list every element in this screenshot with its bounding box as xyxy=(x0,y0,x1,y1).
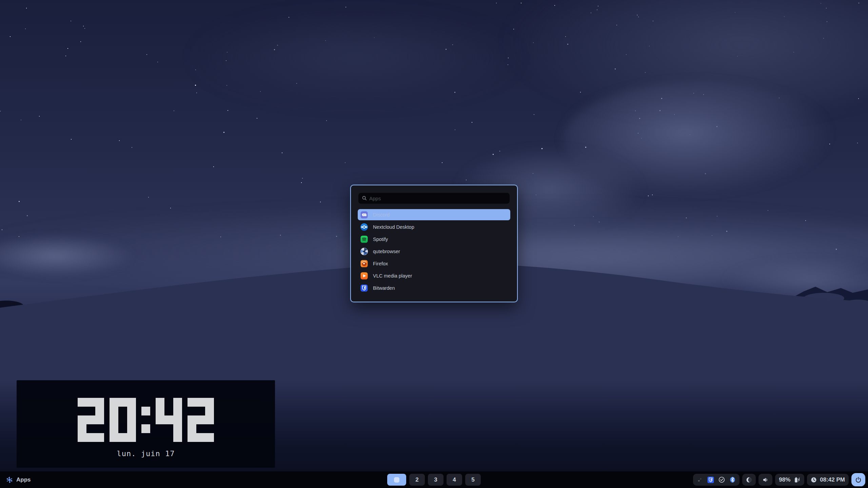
power-button[interactable] xyxy=(851,473,865,486)
night-light-group xyxy=(742,474,756,486)
launcher-item-qutebrowser[interactable]: qutebrowser xyxy=(358,246,510,257)
launcher-item-discord[interactable]: Discord xyxy=(358,209,510,220)
taskbar-clock-time: 08:42 PM xyxy=(820,476,845,483)
launcher-item-label: VLC media player xyxy=(373,273,412,279)
clock-icon xyxy=(811,477,817,483)
nextcloud-icon xyxy=(360,223,368,231)
volume-icon[interactable] xyxy=(762,477,769,483)
bitwarden-tray-icon[interactable] xyxy=(707,476,714,483)
launcher-item-label: Nextcloud Desktop xyxy=(373,224,414,230)
qutebrowser-icon xyxy=(360,248,368,255)
launcher-item-nextcloud[interactable]: Nextcloud Desktop xyxy=(358,221,510,232)
check-circle-icon[interactable] xyxy=(718,476,725,483)
launcher-item-vlc[interactable]: VLC media player xyxy=(358,270,510,281)
volume-group xyxy=(758,474,772,486)
apps-menu-button[interactable]: Apps xyxy=(6,476,31,483)
launcher-item-spotify[interactable]: Spotify xyxy=(358,233,510,245)
launcher-item-label: Firefox xyxy=(373,261,388,266)
firefox-icon xyxy=(360,260,368,267)
workspace-button-2[interactable]: 2 xyxy=(409,474,425,486)
launcher-item-label: Bitwarden xyxy=(373,285,395,291)
cloud xyxy=(509,0,868,115)
workspace-button-1[interactable] xyxy=(387,474,406,486)
desktop-clock-widget: lun. juin 17 xyxy=(17,380,275,468)
taskbar: Apps 2 3 4 5 xyxy=(0,471,868,488)
clock-group[interactable]: 08:42 PM xyxy=(807,474,849,486)
discord-icon xyxy=(360,211,368,219)
launcher-item-label: Spotify xyxy=(373,237,388,242)
clock-widget-date: lun. juin 17 xyxy=(117,449,175,458)
search-icon xyxy=(362,196,367,201)
workspace-button-3[interactable]: 3 xyxy=(428,474,443,486)
bitwarden-icon xyxy=(360,284,368,292)
night-light-icon[interactable] xyxy=(746,477,752,483)
cloud xyxy=(0,234,136,278)
battery-group[interactable]: 98% xyxy=(775,474,804,486)
nix-snowflake-icon xyxy=(6,476,13,483)
search-input[interactable] xyxy=(369,195,506,202)
system-tray: 98% 08:42 PM xyxy=(693,473,865,486)
vlc-icon xyxy=(360,272,368,280)
app-launcher: Discord Nextcloud Desktop xyxy=(350,185,518,302)
cloud xyxy=(722,258,868,302)
sync-arrows-icon[interactable] xyxy=(697,477,703,483)
bush xyxy=(0,301,24,311)
tray-icons-group xyxy=(693,474,739,486)
battery-charging-icon xyxy=(793,476,801,483)
pixel-clock-time xyxy=(78,398,214,442)
launcher-item-label: qutebrowser xyxy=(373,249,400,254)
cloud xyxy=(190,10,522,105)
launcher-search[interactable] xyxy=(358,193,510,204)
apps-button-label: Apps xyxy=(16,476,31,483)
launcher-item-firefox[interactable]: Firefox xyxy=(358,258,510,269)
distant-ridge xyxy=(698,287,868,332)
cloud xyxy=(563,81,834,197)
spotify-icon xyxy=(360,236,368,243)
launcher-item-label: Discord xyxy=(373,212,390,218)
launcher-item-bitwarden[interactable]: Bitwarden xyxy=(358,282,510,293)
workspace-button-4[interactable]: 4 xyxy=(447,474,462,486)
workspace-switcher: 2 3 4 5 xyxy=(387,474,481,486)
battery-percent: 98% xyxy=(779,476,790,483)
bluetooth-icon[interactable] xyxy=(729,476,736,483)
workspace-button-5[interactable]: 5 xyxy=(465,474,481,486)
launcher-app-list: Discord Nextcloud Desktop xyxy=(358,209,510,293)
power-icon xyxy=(855,476,862,483)
workspace-occupied-indicator xyxy=(394,477,399,483)
